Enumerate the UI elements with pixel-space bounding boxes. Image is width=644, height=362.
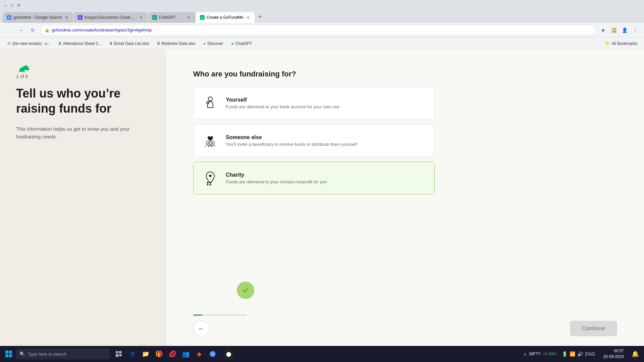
back-nav-button[interactable]: ←	[4, 25, 13, 35]
start-button[interactable]	[3, 348, 15, 360]
option-someone-else[interactable]: Someone else You’ll invite a beneficiary…	[193, 124, 435, 157]
tabs-bar: G gofundme - Google Search ✕ K Kopyst Do…	[0, 11, 644, 23]
taskbar-edge[interactable]: ◔	[126, 348, 138, 360]
svg-text:⚙: ⚙	[206, 100, 210, 105]
someone-else-text: Someone else You’ll invite a beneficiary…	[226, 134, 426, 147]
bookmark-favicon-email-data: X	[110, 41, 112, 46]
taskbar-time: 00:57 20-09-2024	[601, 348, 627, 360]
chrome-icon	[209, 351, 216, 357]
bookmark-label-email-data: Email Data List.xlsx	[114, 41, 149, 46]
taskbar-explorer[interactable]: 📁	[140, 348, 152, 360]
tab-title-gofundme: Create a GoFundMe	[207, 15, 243, 20]
tab-close-google[interactable]: ✕	[64, 15, 69, 20]
stock-name: NIFTY	[529, 352, 541, 356]
tab-kopyst[interactable]: K Kopyst Documents Creation.xls... ✕	[74, 12, 148, 23]
charity-desc: Funds are delivered to your chosen nonpr…	[226, 179, 426, 184]
charity-text: Charity Funds are delivered to your chos…	[226, 172, 426, 184]
tab-title-kopyst: Kopyst Documents Creation.xls...	[85, 15, 136, 20]
stock-arrow-icon: ▲	[523, 352, 527, 356]
all-bookmarks-label: All Bookmarks	[611, 41, 637, 46]
recording-icon: ⬤	[226, 351, 231, 357]
reload-button[interactable]: ↻	[28, 25, 38, 35]
bookmark-redmine[interactable]: X Redmine Data.xlsx	[154, 39, 199, 48]
tab-close-gofundme[interactable]: ✕	[245, 15, 251, 20]
cursor-indicator: ↩	[237, 282, 254, 299]
tab-chatgpt[interactable]: C ChatGPT ✕	[148, 12, 195, 23]
charity-svg	[203, 171, 218, 185]
charity-icon	[202, 169, 219, 187]
lang-indicator: ENG	[585, 351, 595, 357]
step-indicator: 1 of 6	[16, 74, 150, 79]
close-button[interactable]: ✕	[16, 3, 21, 8]
cursor-arrow-icon: ↩	[241, 285, 251, 296]
taskbar-search-text: Type here to search	[28, 352, 66, 357]
lock-icon: 🔒	[45, 28, 50, 33]
bookmark-attendance[interactable]: X Attendance Sheet 2...	[55, 39, 105, 48]
yourself-icon: ⚙	[202, 94, 219, 112]
svg-rect-14	[5, 354, 8, 357]
taskbar-search-bar[interactable]: 🔍 Type here to search	[16, 349, 110, 359]
taskbar-teams[interactable]: 👥	[180, 348, 192, 360]
bookmark-discover[interactable]: ● Discover	[200, 39, 226, 48]
date-display: 20-09-2024	[603, 354, 624, 360]
taskbar-store[interactable]: 🎁	[153, 348, 165, 360]
svg-point-8	[209, 142, 212, 144]
tab-gofundme[interactable]: G Create a GoFundMe ✕	[196, 12, 255, 23]
recording-button[interactable]: ⬤	[223, 348, 235, 360]
bookmark-favicon-redmine: X	[157, 41, 160, 46]
svg-rect-12	[5, 351, 8, 354]
someone-else-icon	[202, 132, 219, 149]
content-area: 1 of 6 Tell us who you’re raising funds …	[0, 50, 644, 346]
maximize-button[interactable]: □	[9, 3, 15, 8]
nav-bar: ← → ↻ 🔒 gofundme.com/create/fundraiser/t…	[0, 23, 644, 38]
bookmark-gmail[interactable]: ✉ (No new emails) - s...	[4, 39, 54, 48]
stock-value: +0.98%	[543, 352, 556, 356]
yourself-title: Yourself	[226, 97, 426, 103]
menu-button[interactable]: ⋮	[631, 25, 640, 35]
tab-close-kopyst[interactable]: ✕	[138, 15, 144, 20]
svg-point-4	[25, 66, 28, 68]
taskbar-task-view[interactable]	[113, 348, 125, 360]
tab-favicon-google: G	[7, 15, 11, 20]
right-panel: Who are you fundraising for? ⚙ Yourself …	[166, 50, 644, 346]
taskbar-figma[interactable]: ◆	[193, 348, 205, 360]
battery-icon: 🔋	[562, 351, 568, 357]
bookmark-star-button[interactable]: ★	[598, 25, 608, 35]
main-heading: Tell us who you’re raising funds for	[16, 86, 150, 116]
option-charity[interactable]: Charity Funds are delivered to your chos…	[193, 162, 435, 194]
window-controls: – □ ✕	[3, 3, 21, 8]
back-button[interactable]: ←	[193, 320, 209, 337]
bookmark-chatgpt[interactable]: ● ChatGPT	[228, 39, 255, 48]
bookmark-favicon-attendance: X	[58, 41, 61, 46]
folder-icon: 📁	[605, 41, 610, 46]
bookmark-email-data[interactable]: X Email Data List.xlsx	[106, 39, 153, 48]
windows-icon	[5, 351, 12, 357]
option-yourself[interactable]: ⚙ Yourself Funds are delivered to your b…	[193, 86, 435, 119]
bookmark-label-attendance: Attendance Sheet 2...	[63, 41, 101, 46]
all-bookmarks-button[interactable]: 📁 All Bookmarks	[602, 39, 640, 48]
notification-button[interactable]: 🔔	[629, 348, 641, 360]
taskbar-right: ▲ NIFTY +0.98% 🔋 📶 🔊 ENG 00:57 20-09-202…	[523, 348, 641, 360]
tab-close-chatgpt[interactable]: ✕	[186, 15, 191, 20]
minimize-button[interactable]: –	[3, 3, 8, 8]
profile-button[interactable]: 👤	[620, 25, 629, 35]
yourself-text: Yourself Funds are delivered to your ban…	[226, 97, 426, 109]
svg-point-7	[206, 141, 209, 144]
new-tab-button[interactable]: +	[255, 12, 265, 21]
bookmark-label-gmail: (No new emails) - s...	[12, 41, 50, 46]
forward-nav-button[interactable]: →	[16, 25, 25, 35]
bookmark-label-discover: Discover	[208, 41, 223, 46]
tab-google-search[interactable]: G gofundme - Google Search ✕	[3, 12, 73, 23]
extensions-button[interactable]: 🧮	[609, 25, 619, 35]
someone-else-desc: You’ll invite a beneficiary to receive f…	[226, 142, 426, 147]
bookmark-label-redmine: Redmine Data.xlsx	[162, 41, 196, 46]
continue-button[interactable]: Continue	[570, 321, 617, 336]
taskbar: 🔍 Type here to search ◔ 📁 🎁 💋 👥 ◆	[0, 346, 644, 362]
bookmark-favicon-gmail: ✉	[7, 41, 11, 46]
tab-title-chatgpt: ChatGPT	[159, 15, 184, 20]
taskbar-mail[interactable]: 💋	[166, 348, 178, 360]
network-icon: 📶	[570, 351, 575, 357]
address-bar[interactable]: 🔒 gofundme.com/create/fundraiser/types/3…	[40, 25, 596, 36]
bookmark-label-chatgpt: ChatGPT	[235, 41, 252, 46]
taskbar-chrome[interactable]	[207, 348, 219, 360]
